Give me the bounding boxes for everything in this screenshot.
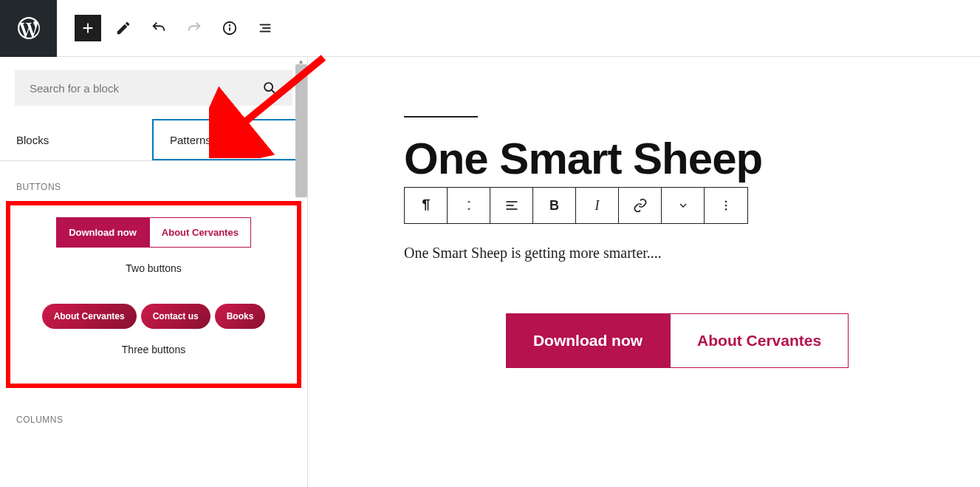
block-toolbar: B I bbox=[404, 187, 748, 224]
undo-icon[interactable] bbox=[145, 15, 172, 41]
outline-icon[interactable] bbox=[252, 15, 278, 41]
sidebar-scrollbar[interactable] bbox=[295, 64, 307, 197]
toolbar-move-icon[interactable] bbox=[448, 188, 490, 223]
search-icon bbox=[261, 80, 278, 96]
toolbar-bold-icon[interactable]: B bbox=[533, 188, 576, 223]
svg-line-7 bbox=[272, 90, 275, 94]
toolbar-paragraph-icon[interactable] bbox=[405, 188, 448, 223]
toolbar-align-icon[interactable] bbox=[490, 188, 533, 223]
page-title[interactable]: One Smart Sheep bbox=[404, 137, 950, 181]
edit-icon[interactable] bbox=[110, 15, 137, 41]
add-block-button[interactable] bbox=[75, 15, 101, 41]
pattern-three-btn1: About Cervantes bbox=[42, 304, 137, 329]
toolbar-link-icon[interactable] bbox=[619, 188, 662, 223]
section-header-buttons: BUTTONS bbox=[0, 161, 307, 201]
svg-point-14 bbox=[725, 208, 727, 210]
pattern-two-btn2: About Cervantes bbox=[149, 217, 251, 248]
pattern-three-buttons[interactable]: About Cervantes Contact us Books Three b… bbox=[18, 304, 289, 369]
pattern-three-label: Three buttons bbox=[18, 344, 289, 355]
redo-icon bbox=[181, 15, 208, 41]
buttons-block[interactable]: Download now About Cervantes bbox=[404, 313, 950, 368]
pattern-two-buttons[interactable]: Download now About Cervantes Two buttons bbox=[18, 217, 289, 287]
section-header-columns: COLUMNS bbox=[0, 394, 307, 434]
svg-point-13 bbox=[725, 205, 727, 206]
separator-block[interactable] bbox=[404, 116, 478, 118]
pattern-two-btn1: Download now bbox=[56, 217, 149, 248]
editor-canvas[interactable]: One Smart Sheep B I One Sma bbox=[308, 57, 980, 487]
search-placeholder: Search for a block bbox=[30, 82, 119, 95]
cta-about-button[interactable]: About Cervantes bbox=[670, 313, 849, 368]
block-inserter-sidebar: ▴ Search for a block Blocks Patterns BUT… bbox=[0, 57, 308, 487]
toolbar-more-icon[interactable] bbox=[705, 188, 747, 223]
svg-point-6 bbox=[264, 83, 273, 91]
pattern-three-btn3: Books bbox=[215, 304, 266, 329]
svg-point-12 bbox=[725, 201, 727, 202]
toolbar-chevron-down-icon[interactable] bbox=[662, 188, 705, 223]
svg-point-2 bbox=[230, 25, 230, 26]
search-input[interactable]: Search for a block bbox=[15, 70, 292, 106]
paragraph-block[interactable]: One Smart Sheep is getting more smarter.… bbox=[404, 245, 950, 262]
toolbar-italic-icon[interactable]: I bbox=[576, 188, 619, 223]
annotation-highlight-box: Download now About Cervantes Two buttons… bbox=[6, 201, 301, 388]
tab-patterns[interactable]: Patterns bbox=[152, 119, 307, 160]
tab-blocks[interactable]: Blocks bbox=[0, 119, 152, 160]
info-icon[interactable] bbox=[216, 15, 243, 41]
cta-download-button[interactable]: Download now bbox=[506, 313, 670, 368]
pattern-two-label: Two buttons bbox=[18, 262, 289, 274]
wordpress-logo[interactable] bbox=[0, 0, 57, 57]
pattern-three-btn2: Contact us bbox=[141, 304, 210, 329]
